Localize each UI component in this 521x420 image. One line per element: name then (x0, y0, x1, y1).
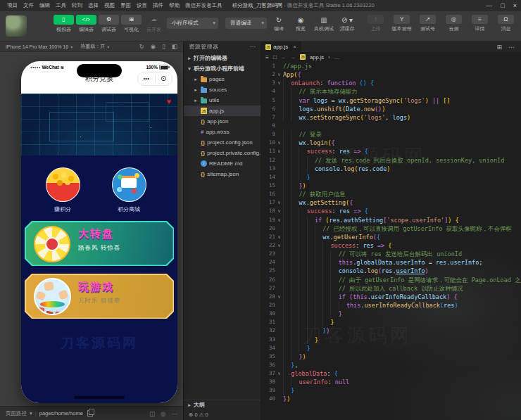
user-avatar[interactable] (6, 15, 27, 37)
tree-item-app-js[interactable]: JSapp.js (184, 106, 260, 116)
tree-item-sitemap-json[interactable]: {}sitemap.json (184, 169, 260, 179)
card-play-game[interactable]: 玩游戏 儿时乐 猜猜拳 (25, 274, 174, 319)
record-icon[interactable]: ◉ (151, 43, 156, 50)
points-mall-icon[interactable] (112, 167, 146, 202)
earn-points-icon[interactable] (46, 167, 80, 202)
close-button[interactable]: × (513, 2, 517, 9)
menu-item-工具[interactable]: 工具 (53, 2, 69, 9)
tree-item-project-config-json[interactable]: {}project.config.json (184, 137, 260, 148)
fold-arrow-icon[interactable]: ∨ (275, 79, 283, 87)
fold-arrow-icon[interactable]: ∨ (275, 70, 283, 79)
tool-debugger[interactable]: ⚙调试器 (99, 15, 119, 33)
capsule-menu[interactable]: ••• ⊙ (137, 72, 172, 86)
tool-simulator[interactable]: ▯模拟器 (54, 15, 74, 33)
breadcrumb-file[interactable]: app.js (310, 54, 324, 61)
shortcut-earn-points[interactable]: 赚积分 (41, 167, 84, 213)
dock-panel-icon[interactable]: ◧ (172, 43, 177, 50)
tab-close-icon[interactable]: × (293, 44, 296, 50)
open-editors-list-icon[interactable]: ≡ (265, 53, 269, 61)
fold-arrow-icon[interactable]: ∨ (275, 147, 283, 155)
screenshot-icon[interactable]: ◫ (149, 410, 155, 417)
code-token: res (444, 301, 454, 310)
close-circle-icon[interactable]: ⊙ (156, 70, 172, 88)
maximize-button[interactable]: □ (501, 2, 504, 9)
section-open-editors[interactable]: ▸ 打开的编辑器 (184, 53, 260, 63)
menu-item-文件[interactable]: 文件 (20, 2, 37, 9)
bookmark-icon[interactable]: □ (273, 53, 277, 61)
restart-icon[interactable]: ↻ (139, 43, 144, 50)
fold-arrow-icon[interactable]: ∨ (275, 241, 283, 250)
path-mode-selector[interactable]: 页面路径 (6, 410, 27, 417)
outline-section[interactable]: ▸ 大纲 (184, 400, 260, 410)
indent-guide (299, 336, 306, 344)
forward-arrow-icon[interactable]: → (291, 54, 296, 61)
more-actions-icon[interactable]: ⋯ (508, 44, 515, 51)
tab-app-js[interactable]: JS app.js × (260, 42, 301, 52)
menu-item-插件[interactable]: 插件 (150, 2, 166, 9)
menu-item-帮助[interactable]: 帮助 (166, 2, 182, 9)
menu-item-编辑[interactable]: 编辑 (37, 2, 53, 9)
cloud-test-button[interactable]: ◎云测 (443, 15, 465, 32)
code-token: ) (454, 301, 458, 310)
line-number: 12 (260, 156, 275, 165)
test-account-button[interactable]: ↗测试号 (417, 15, 439, 32)
menu-item-项目[interactable]: 项目 (4, 2, 20, 9)
menu-item-转到[interactable]: 转到 (69, 2, 85, 9)
back-arrow-icon[interactable]: ← (281, 54, 287, 61)
indent-guide (307, 326, 315, 335)
mode-dropdown[interactable]: 小程序模式 (167, 18, 218, 29)
js-file-icon: JS (265, 44, 271, 50)
tree-item-project-private-config-js-[interactable]: {}project.private.config.js… (184, 148, 260, 158)
split-editor-icon[interactable]: ⊞ (496, 44, 502, 51)
version-manage-button[interactable]: Y版本管理 (391, 15, 413, 32)
menu-item-设置[interactable]: 设置 (134, 2, 150, 9)
fold-arrow-icon[interactable]: ∨ (275, 233, 283, 241)
tool-visualization[interactable]: ⊞可视化 (121, 15, 142, 33)
menu-item-界面[interactable]: 界面 (118, 2, 134, 9)
tree-item-utils[interactable]: ▸utils (184, 95, 260, 106)
indent-guide (283, 301, 291, 310)
code-area[interactable]: 1//app.js2∨App({3∨onLaunch: function () … (260, 62, 521, 420)
more-icon[interactable]: ⋯ (172, 410, 178, 417)
clear-cache-button[interactable]: ⊘ ▾清缓存 (339, 15, 356, 32)
menu-item-微信开发者工具[interactable]: 微信开发者工具 (182, 2, 225, 9)
fold-arrow-icon[interactable]: ∨ (275, 293, 283, 301)
tree-item-app-wxss[interactable]: #app.wxss (184, 127, 260, 137)
real-device-debug-button[interactable]: ▥真机调试 (314, 15, 334, 32)
messages-button[interactable]: Ω消息 (495, 15, 517, 32)
explorer-more-icon[interactable]: ⋯ (250, 42, 256, 53)
fold-arrow-icon[interactable]: ∨ (275, 207, 283, 215)
device-frame-icon[interactable]: ▯ (162, 43, 165, 50)
circuit-banner[interactable]: ♥ (21, 94, 177, 155)
card-lucky-wheel[interactable]: 大转盘 踏春风 转惊喜 (25, 221, 174, 266)
tree-item-readme-md[interactable]: iREADME.md (184, 158, 260, 169)
tree-item-app-json[interactable]: {}app.json (184, 116, 260, 127)
menu-item-视图[interactable]: 视图 (101, 2, 118, 9)
minimize-button[interactable]: — (486, 2, 492, 9)
breadcrumb-more[interactable]: … (334, 54, 340, 61)
hot-reload-toggle[interactable]: 热重载：开 (80, 43, 105, 50)
copy-path-icon[interactable] (87, 410, 93, 416)
preview-button[interactable]: ◉预览 (292, 15, 309, 32)
js-file-icon: JS (300, 54, 306, 60)
code-token: } (315, 336, 318, 344)
fold-arrow-icon[interactable]: ∨ (275, 139, 283, 147)
fold-arrow-icon[interactable]: ∨ (275, 198, 283, 207)
device-selector[interactable]: iPhone 14 Pro Max 100% 16 (6, 44, 68, 49)
tool-editor[interactable]: </>编辑器 (76, 15, 96, 33)
tree-item-souces[interactable]: ▸souces (184, 84, 260, 95)
fold-arrow-icon[interactable]: ∨ (275, 369, 283, 378)
eye-icon[interactable]: ◎ (161, 410, 165, 417)
section-project-root[interactable]: ▾ 积分游戏小程序前端 (184, 63, 260, 74)
tree-item-pages[interactable]: ▸pages (184, 74, 260, 84)
menu-item-选择[interactable]: 选择 (85, 2, 101, 9)
tool-cloud-dev[interactable]: ☁云开发 (144, 15, 164, 33)
details-button[interactable]: ≡详情 (469, 15, 491, 32)
shortcut-points-mall[interactable]: 积分商城 (107, 167, 151, 213)
more-dots-icon[interactable]: ••• (138, 70, 155, 88)
compile-button[interactable]: ↻编译 (270, 15, 287, 32)
problems-status[interactable]: ⊗ 0 ⚠ 0 (184, 410, 260, 420)
compile-mode-dropdown[interactable]: 普通编译 (225, 18, 267, 29)
fold-gutter (275, 344, 283, 352)
fold-arrow-icon[interactable]: ∨ (275, 216, 283, 224)
